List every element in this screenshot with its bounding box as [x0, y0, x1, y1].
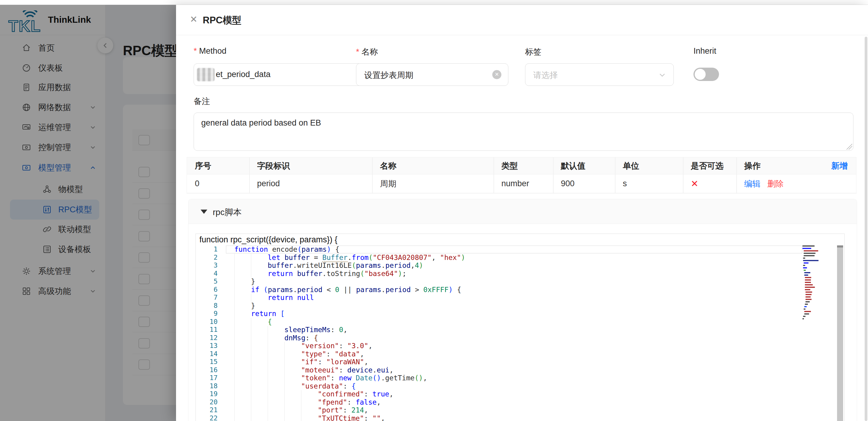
redacted-blur	[197, 68, 215, 81]
code-line-21: 21"port": 214,	[196, 406, 833, 414]
code-line-22: 22"TxUTCtime": "",	[196, 414, 833, 421]
resize-handle-icon[interactable]	[845, 143, 852, 150]
delete-link[interactable]: 删除	[767, 179, 784, 189]
field-seq: 0	[187, 174, 249, 193]
inherit-label: Inherit	[693, 46, 716, 56]
fields-table-header: 序号字段标识名称类型默认值单位是否可选操作新增	[187, 157, 856, 174]
line-number: 18	[196, 382, 218, 390]
fields-header-1: 字段标识	[249, 157, 372, 174]
line-number: 2	[196, 254, 218, 262]
inherit-toggle[interactable]	[693, 68, 719, 81]
code-line-19: 19"confirmed": true,	[196, 390, 833, 398]
add-field-button[interactable]: 新增	[831, 157, 848, 174]
line-number: 6	[196, 286, 218, 294]
line-number: 7	[196, 294, 218, 302]
code-line-3: 3buffer.writeUInt16LE(params.period,4)	[196, 261, 833, 270]
code-line-7: 7return null	[196, 294, 833, 302]
code-line-6: 6if (params.period < 0 || params.period …	[196, 286, 833, 294]
code-lines: 1function encode(params) {2let buffer = …	[196, 246, 833, 421]
method-value: et_period_data	[216, 70, 271, 79]
code-line-11: 11sleepTimeMs: 0,	[196, 326, 833, 334]
line-number: 11	[196, 326, 218, 334]
remark-textarea[interactable]: general data period based on EB	[194, 112, 854, 151]
rpc-script-collapse-header[interactable]: rpc脚本	[188, 199, 857, 224]
caret-down-icon	[200, 209, 207, 214]
fields-header-5: 单位	[615, 157, 683, 174]
chevron-down-icon	[658, 71, 666, 79]
fields-header-3: 类型	[494, 157, 553, 174]
code-line-13: 13"version": "3.0",	[196, 342, 833, 350]
line-number: 16	[196, 366, 218, 374]
field-actions: 编辑删除	[736, 174, 856, 193]
fields-header-6: 是否可选	[683, 157, 736, 174]
close-icon[interactable]: ✕	[188, 13, 200, 26]
code-line-15: 15"if": "loraWAN",	[196, 358, 833, 366]
line-number: 10	[196, 318, 218, 326]
fields-header-0: 序号	[187, 157, 249, 174]
fields-table: 序号字段标识名称类型默认值单位是否可选操作新增 0period周期number9…	[187, 157, 857, 194]
name-value: 设置抄表周期	[364, 70, 413, 81]
fields-header-7: 操作新增	[736, 157, 856, 174]
minimap[interactable]	[802, 246, 820, 321]
line-number: 19	[196, 390, 218, 398]
edit-link[interactable]: 编辑	[744, 179, 761, 189]
method-label: Method	[194, 46, 226, 56]
remark-label: 备注	[194, 96, 210, 107]
line-number: 3	[196, 261, 218, 270]
line-number: 1	[196, 246, 218, 254]
field-field: period	[249, 174, 372, 193]
fields-header-2: 名称	[372, 157, 494, 174]
code-line-8: 8}	[196, 302, 833, 310]
drawer-header: ✕ RPC模型	[176, 5, 868, 35]
cross-icon: ✕	[691, 179, 699, 189]
code-line-14: 14"type": "data",	[196, 350, 833, 358]
tag-label: 标签	[525, 46, 541, 57]
field-type: number	[494, 174, 553, 193]
drawer-title: RPC模型	[203, 14, 241, 27]
code-line-17: 17"token": new Date().getTime(),	[196, 374, 833, 382]
script-wrapper-line: function rpc_script({device, params}) {	[199, 235, 338, 245]
line-number: 9	[196, 310, 218, 318]
field-optional: ✕	[683, 174, 736, 193]
line-number: 5	[196, 278, 218, 286]
modal-overlay[interactable]	[0, 5, 176, 421]
code-line-5: 5}	[196, 278, 833, 286]
line-number: 17	[196, 374, 218, 382]
line-number: 20	[196, 398, 218, 407]
field-name: 周期	[372, 174, 494, 193]
name-input[interactable]: 设置抄表周期 ✕	[356, 63, 508, 86]
line-number: 8	[196, 302, 218, 310]
tag-select[interactable]: 请选择	[525, 63, 674, 86]
code-line-1: 1function encode(params) {	[196, 246, 833, 254]
code-line-18: 18"userdata": {	[196, 382, 833, 390]
line-number: 22	[196, 414, 218, 421]
window-top-strip	[0, 0, 868, 5]
screen: RPC模型 名称 : 请输入 ID 3314903314883314863314…	[0, 0, 868, 421]
code-editor[interactable]: function rpc_script({device, params}) { …	[195, 233, 845, 421]
drawer-scrollbar[interactable]	[865, 37, 867, 421]
toggle-knob	[695, 69, 706, 80]
code-line-12: 12dnMsg: {	[196, 334, 833, 342]
remark-value: general data period based on EB	[201, 118, 321, 128]
clear-icon[interactable]: ✕	[492, 70, 501, 79]
code-line-9: 9return [	[196, 310, 833, 318]
line-number: 4	[196, 270, 218, 278]
editor-scrollbar[interactable]	[837, 246, 843, 421]
line-number: 12	[196, 334, 218, 342]
field-unit: s	[615, 174, 683, 193]
field-default: 900	[553, 174, 615, 193]
line-number: 14	[196, 350, 218, 358]
code-line-4: 4return buffer.toString("base64");	[196, 270, 833, 278]
fields-header-4: 默认值	[553, 157, 615, 174]
name-label: 名称	[356, 46, 378, 57]
code-line-20: 20"fpend": false,	[196, 398, 833, 407]
rpc-script-title: rpc脚本	[213, 206, 242, 218]
code-line-10: 10{	[196, 318, 833, 326]
tag-placeholder: 请选择	[533, 70, 558, 81]
rpc-model-drawer: ✕ RPC模型 Method et_period_data ✕ 名称 设置抄表周…	[176, 5, 868, 421]
line-number: 13	[196, 342, 218, 350]
code-line-2: 2let buffer = Buffer.from("CF043A020807"…	[196, 254, 833, 262]
line-number: 15	[196, 358, 218, 366]
rpc-script-section: rpc脚本 function rpc_script({device, param…	[188, 199, 857, 421]
code-line-16: 16"moteeui": device.eui,	[196, 366, 833, 374]
